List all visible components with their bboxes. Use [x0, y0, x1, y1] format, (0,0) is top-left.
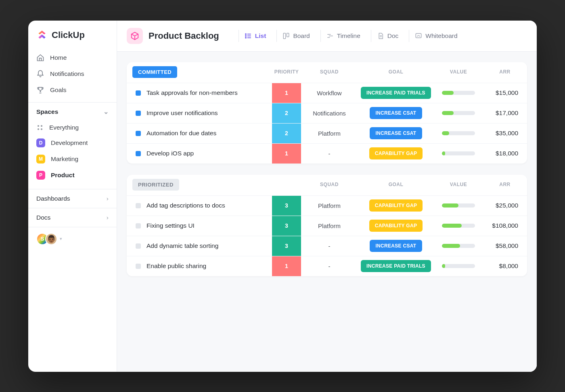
value-cell — [434, 91, 483, 95]
task-row[interactable]: Add dynamic table sorting3-INCREASE CSAT… — [127, 236, 527, 256]
sidebar: ClickUp Home Notifications Goals — [28, 21, 117, 372]
arr-value[interactable]: $8,000 — [483, 262, 527, 270]
arr-value[interactable]: $35,000 — [483, 130, 527, 137]
arr-value[interactable]: $17,000 — [483, 109, 527, 117]
status-square-icon[interactable] — [136, 111, 141, 116]
task-name[interactable]: Improve user notifications — [146, 109, 218, 117]
task-name[interactable]: Enable public sharing — [146, 262, 206, 270]
squad-value[interactable]: Workflow — [301, 90, 358, 96]
nav-docs[interactable]: Docs › — [28, 208, 117, 227]
arr-value[interactable]: $108,000 — [483, 222, 527, 229]
tab-board[interactable]: Board — [276, 30, 311, 42]
task-name[interactable]: Automation for due dates — [146, 130, 216, 137]
value-bar[interactable] — [442, 131, 475, 135]
priority-cell: 3 — [272, 196, 301, 216]
value-bar[interactable] — [442, 244, 475, 248]
priority-value[interactable]: 3 — [272, 216, 301, 236]
brand-name: ClickUp — [52, 30, 85, 40]
squad-value[interactable]: - — [301, 263, 358, 270]
squad-value[interactable]: Platform — [301, 202, 358, 209]
value-cell — [434, 224, 483, 228]
squad-value[interactable]: - — [301, 243, 358, 249]
nav-notifications[interactable]: Notifications — [32, 66, 113, 82]
priority-value[interactable]: 1 — [272, 144, 301, 164]
space-development[interactable]: D Development — [32, 135, 113, 151]
column-headers: PRIORITYSQUADGOALVALUEARR — [177, 69, 527, 75]
value-bar-fill — [442, 151, 445, 155]
goal-pill[interactable]: INCREASE CSAT — [370, 240, 422, 252]
task-cell: Task approvals for non-members — [127, 89, 272, 96]
goal-pill[interactable]: INCREASE PAID TRIALS — [361, 260, 431, 272]
squad-value[interactable]: Platform — [301, 222, 358, 229]
status-square-icon[interactable] — [136, 243, 141, 249]
task-row[interactable]: Task approvals for non-members1WorkflowI… — [127, 83, 527, 103]
goal-pill[interactable]: INCREASE CSAT — [370, 127, 422, 139]
squad-value[interactable]: Notifications — [301, 110, 358, 117]
arr-value[interactable]: $25,000 — [483, 202, 527, 209]
task-name[interactable]: Develop iOS app — [146, 150, 194, 157]
value-bar[interactable] — [442, 151, 475, 155]
goal-pill[interactable]: INCREASE CSAT — [370, 107, 422, 119]
value-bar[interactable] — [442, 91, 475, 95]
status-square-icon[interactable] — [136, 151, 141, 156]
arr-value[interactable]: $58,000 — [483, 242, 527, 249]
task-row[interactable]: Improve user notifications2Notifications… — [127, 103, 527, 123]
group-label[interactable]: COMMITTED — [132, 66, 177, 78]
task-row[interactable]: Add tag descriptions to docs3PlatformCAP… — [127, 195, 527, 216]
task-row[interactable]: Develop iOS app1-CAPABILITY GAP$18,000 — [127, 143, 527, 164]
status-square-icon[interactable] — [136, 264, 141, 269]
squad-value[interactable]: Platform — [301, 130, 358, 137]
squad-value[interactable]: - — [301, 150, 358, 157]
status-square-icon[interactable] — [136, 131, 141, 136]
tab-doc[interactable]: Doc — [371, 30, 400, 42]
user-avatars[interactable]: S 👨🏾 ▾ — [28, 227, 117, 251]
bell-icon — [36, 70, 44, 78]
priority-value[interactable]: 3 — [272, 196, 301, 216]
svg-rect-10 — [284, 33, 286, 39]
task-row[interactable]: Enable public sharing1-INCREASE PAID TRI… — [127, 256, 527, 276]
tab-whiteboard[interactable]: Whiteboard — [409, 30, 459, 42]
priority-value[interactable]: 3 — [272, 236, 301, 256]
goal-pill[interactable]: CAPABILITY GAP — [369, 147, 423, 159]
goal-pill[interactable]: CAPABILITY GAP — [369, 220, 423, 232]
status-square-icon[interactable] — [136, 90, 141, 96]
tab-timeline[interactable]: Timeline — [320, 30, 362, 42]
value-bar[interactable] — [442, 111, 475, 115]
nav-home[interactable]: Home — [32, 50, 113, 66]
status-square-icon[interactable] — [136, 223, 141, 228]
group-label[interactable]: PRIORITIZED — [132, 179, 179, 191]
priority-value[interactable]: 2 — [272, 103, 301, 123]
value-cell — [434, 131, 483, 135]
status-square-icon[interactable] — [136, 203, 141, 208]
value-bar[interactable] — [442, 264, 475, 268]
page-title-wrap: Product Backlog — [127, 28, 219, 44]
svg-point-1 — [41, 125, 42, 126]
space-marketing[interactable]: M Marketing — [32, 151, 113, 167]
space-product[interactable]: P Product — [32, 167, 113, 183]
nav-dashboards[interactable]: Dashboards › — [28, 189, 117, 208]
task-name[interactable]: Fixing settings UI — [146, 222, 195, 229]
spaces-header[interactable]: Spaces ⌄ — [28, 102, 117, 119]
chevron-right-icon: › — [107, 214, 109, 221]
space-everything[interactable]: Everything — [32, 120, 113, 135]
task-name[interactable]: Add dynamic table sorting — [146, 242, 218, 249]
value-bar-fill — [442, 264, 445, 268]
tab-list[interactable]: List — [239, 30, 268, 42]
board-icon — [282, 32, 290, 40]
value-bar[interactable] — [442, 203, 475, 208]
task-name[interactable]: Add tag descriptions to docs — [146, 202, 225, 209]
arr-value[interactable]: $15,000 — [483, 89, 527, 96]
priority-value[interactable]: 1 — [272, 256, 301, 276]
goal-pill[interactable]: CAPABILITY GAP — [369, 199, 423, 212]
task-row[interactable]: Automation for due dates2PlatformINCREAS… — [127, 123, 527, 143]
group-header: PRIORITIZEDSQUADGOALVALUEARR — [127, 175, 527, 195]
task-name[interactable]: Task approvals for non-members — [146, 89, 238, 96]
brand[interactable]: ClickUp — [28, 21, 117, 48]
priority-value[interactable]: 1 — [272, 83, 301, 103]
value-bar[interactable] — [442, 224, 475, 228]
priority-value[interactable]: 2 — [272, 124, 301, 143]
arr-value[interactable]: $18,000 — [483, 150, 527, 157]
nav-goals[interactable]: Goals — [32, 82, 113, 98]
goal-pill[interactable]: INCREASE PAID TRIALS — [361, 87, 431, 99]
task-row[interactable]: Fixing settings UI3PlatformCAPABILITY GA… — [127, 216, 527, 236]
